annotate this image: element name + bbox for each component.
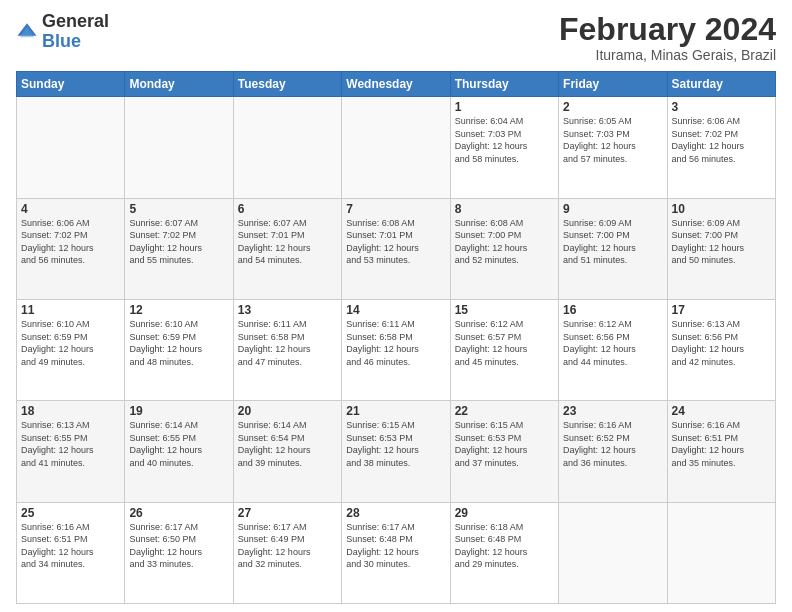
day-number: 18 — [21, 404, 120, 418]
calendar-cell: 8Sunrise: 6:08 AM Sunset: 7:00 PM Daylig… — [450, 198, 558, 299]
day-info: Sunrise: 6:06 AM Sunset: 7:02 PM Dayligh… — [21, 217, 120, 267]
day-info: Sunrise: 6:12 AM Sunset: 6:57 PM Dayligh… — [455, 318, 554, 368]
day-number: 26 — [129, 506, 228, 520]
title-block: February 2024 Iturama, Minas Gerais, Bra… — [559, 12, 776, 63]
day-info: Sunrise: 6:10 AM Sunset: 6:59 PM Dayligh… — [129, 318, 228, 368]
day-number: 21 — [346, 404, 445, 418]
day-number: 8 — [455, 202, 554, 216]
day-number: 29 — [455, 506, 554, 520]
calendar-cell: 11Sunrise: 6:10 AM Sunset: 6:59 PM Dayli… — [17, 299, 125, 400]
calendar-week-row: 25Sunrise: 6:16 AM Sunset: 6:51 PM Dayli… — [17, 502, 776, 603]
logo-general-text: General — [42, 11, 109, 31]
calendar-cell — [233, 97, 341, 198]
day-number: 14 — [346, 303, 445, 317]
day-number: 3 — [672, 100, 771, 114]
day-number: 4 — [21, 202, 120, 216]
day-number: 11 — [21, 303, 120, 317]
day-number: 24 — [672, 404, 771, 418]
day-number: 2 — [563, 100, 662, 114]
calendar-week-row: 18Sunrise: 6:13 AM Sunset: 6:55 PM Dayli… — [17, 401, 776, 502]
calendar-week-row: 1Sunrise: 6:04 AM Sunset: 7:03 PM Daylig… — [17, 97, 776, 198]
days-of-week-row: SundayMondayTuesdayWednesdayThursdayFrid… — [17, 72, 776, 97]
calendar-cell — [667, 502, 775, 603]
day-number: 5 — [129, 202, 228, 216]
calendar-cell: 29Sunrise: 6:18 AM Sunset: 6:48 PM Dayli… — [450, 502, 558, 603]
day-number: 6 — [238, 202, 337, 216]
day-number: 10 — [672, 202, 771, 216]
day-info: Sunrise: 6:14 AM Sunset: 6:55 PM Dayligh… — [129, 419, 228, 469]
day-number: 1 — [455, 100, 554, 114]
calendar-cell: 2Sunrise: 6:05 AM Sunset: 7:03 PM Daylig… — [559, 97, 667, 198]
calendar-cell — [17, 97, 125, 198]
day-number: 20 — [238, 404, 337, 418]
day-number: 19 — [129, 404, 228, 418]
day-number: 16 — [563, 303, 662, 317]
month-title: February 2024 — [559, 12, 776, 47]
calendar-cell: 13Sunrise: 6:11 AM Sunset: 6:58 PM Dayli… — [233, 299, 341, 400]
calendar-cell: 14Sunrise: 6:11 AM Sunset: 6:58 PM Dayli… — [342, 299, 450, 400]
day-info: Sunrise: 6:06 AM Sunset: 7:02 PM Dayligh… — [672, 115, 771, 165]
day-info: Sunrise: 6:11 AM Sunset: 6:58 PM Dayligh… — [238, 318, 337, 368]
day-of-week-header: Monday — [125, 72, 233, 97]
day-info: Sunrise: 6:15 AM Sunset: 6:53 PM Dayligh… — [455, 419, 554, 469]
day-info: Sunrise: 6:07 AM Sunset: 7:02 PM Dayligh… — [129, 217, 228, 267]
day-info: Sunrise: 6:14 AM Sunset: 6:54 PM Dayligh… — [238, 419, 337, 469]
logo-text: General Blue — [42, 12, 109, 52]
calendar-week-row: 4Sunrise: 6:06 AM Sunset: 7:02 PM Daylig… — [17, 198, 776, 299]
day-of-week-header: Wednesday — [342, 72, 450, 97]
calendar-cell: 3Sunrise: 6:06 AM Sunset: 7:02 PM Daylig… — [667, 97, 775, 198]
day-info: Sunrise: 6:13 AM Sunset: 6:55 PM Dayligh… — [21, 419, 120, 469]
calendar-cell: 12Sunrise: 6:10 AM Sunset: 6:59 PM Dayli… — [125, 299, 233, 400]
calendar-cell: 21Sunrise: 6:15 AM Sunset: 6:53 PM Dayli… — [342, 401, 450, 502]
logo: General Blue — [16, 12, 109, 52]
calendar-cell: 28Sunrise: 6:17 AM Sunset: 6:48 PM Dayli… — [342, 502, 450, 603]
day-info: Sunrise: 6:12 AM Sunset: 6:56 PM Dayligh… — [563, 318, 662, 368]
calendar-cell: 16Sunrise: 6:12 AM Sunset: 6:56 PM Dayli… — [559, 299, 667, 400]
day-of-week-header: Friday — [559, 72, 667, 97]
day-of-week-header: Thursday — [450, 72, 558, 97]
calendar-cell — [125, 97, 233, 198]
day-info: Sunrise: 6:16 AM Sunset: 6:51 PM Dayligh… — [21, 521, 120, 571]
day-number: 17 — [672, 303, 771, 317]
logo-blue-text: Blue — [42, 31, 81, 51]
calendar-cell: 7Sunrise: 6:08 AM Sunset: 7:01 PM Daylig… — [342, 198, 450, 299]
day-info: Sunrise: 6:15 AM Sunset: 6:53 PM Dayligh… — [346, 419, 445, 469]
day-number: 12 — [129, 303, 228, 317]
calendar-cell: 10Sunrise: 6:09 AM Sunset: 7:00 PM Dayli… — [667, 198, 775, 299]
calendar-cell: 6Sunrise: 6:07 AM Sunset: 7:01 PM Daylig… — [233, 198, 341, 299]
day-number: 23 — [563, 404, 662, 418]
day-info: Sunrise: 6:16 AM Sunset: 6:51 PM Dayligh… — [672, 419, 771, 469]
day-number: 7 — [346, 202, 445, 216]
day-info: Sunrise: 6:17 AM Sunset: 6:48 PM Dayligh… — [346, 521, 445, 571]
logo-icon — [16, 21, 38, 43]
day-info: Sunrise: 6:09 AM Sunset: 7:00 PM Dayligh… — [672, 217, 771, 267]
calendar-cell: 20Sunrise: 6:14 AM Sunset: 6:54 PM Dayli… — [233, 401, 341, 502]
calendar-cell — [559, 502, 667, 603]
calendar-cell: 25Sunrise: 6:16 AM Sunset: 6:51 PM Dayli… — [17, 502, 125, 603]
day-of-week-header: Sunday — [17, 72, 125, 97]
calendar-cell: 1Sunrise: 6:04 AM Sunset: 7:03 PM Daylig… — [450, 97, 558, 198]
day-info: Sunrise: 6:17 AM Sunset: 6:50 PM Dayligh… — [129, 521, 228, 571]
day-info: Sunrise: 6:18 AM Sunset: 6:48 PM Dayligh… — [455, 521, 554, 571]
calendar-table: SundayMondayTuesdayWednesdayThursdayFrid… — [16, 71, 776, 604]
location: Iturama, Minas Gerais, Brazil — [559, 47, 776, 63]
day-info: Sunrise: 6:09 AM Sunset: 7:00 PM Dayligh… — [563, 217, 662, 267]
calendar-week-row: 11Sunrise: 6:10 AM Sunset: 6:59 PM Dayli… — [17, 299, 776, 400]
day-info: Sunrise: 6:16 AM Sunset: 6:52 PM Dayligh… — [563, 419, 662, 469]
day-info: Sunrise: 6:05 AM Sunset: 7:03 PM Dayligh… — [563, 115, 662, 165]
calendar-cell: 24Sunrise: 6:16 AM Sunset: 6:51 PM Dayli… — [667, 401, 775, 502]
day-info: Sunrise: 6:08 AM Sunset: 7:00 PM Dayligh… — [455, 217, 554, 267]
calendar-cell: 15Sunrise: 6:12 AM Sunset: 6:57 PM Dayli… — [450, 299, 558, 400]
calendar-cell: 5Sunrise: 6:07 AM Sunset: 7:02 PM Daylig… — [125, 198, 233, 299]
day-number: 28 — [346, 506, 445, 520]
day-number: 9 — [563, 202, 662, 216]
day-number: 13 — [238, 303, 337, 317]
calendar-header: SundayMondayTuesdayWednesdayThursdayFrid… — [17, 72, 776, 97]
calendar-cell: 23Sunrise: 6:16 AM Sunset: 6:52 PM Dayli… — [559, 401, 667, 502]
day-info: Sunrise: 6:10 AM Sunset: 6:59 PM Dayligh… — [21, 318, 120, 368]
calendar-cell: 17Sunrise: 6:13 AM Sunset: 6:56 PM Dayli… — [667, 299, 775, 400]
calendar-cell: 4Sunrise: 6:06 AM Sunset: 7:02 PM Daylig… — [17, 198, 125, 299]
calendar-cell: 19Sunrise: 6:14 AM Sunset: 6:55 PM Dayli… — [125, 401, 233, 502]
calendar-cell — [342, 97, 450, 198]
day-of-week-header: Saturday — [667, 72, 775, 97]
